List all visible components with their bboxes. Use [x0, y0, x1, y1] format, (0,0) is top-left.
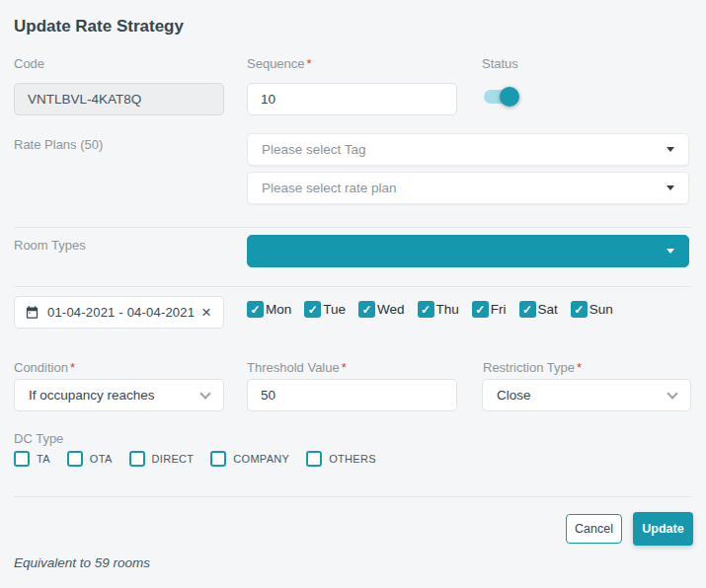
checkbox-unchecked — [210, 451, 226, 467]
caret-down-icon — [667, 249, 674, 254]
rate-plan-select[interactable]: Please select rate plan — [247, 172, 689, 204]
chevron-down-icon — [667, 388, 677, 399]
condition-select-value: If occupancy reaches — [29, 388, 201, 403]
caret-down-icon — [667, 185, 674, 190]
condition-label: Condition* — [14, 360, 75, 375]
check-icon: ✓ — [358, 301, 375, 318]
dc-type-option-label: DIRECT — [152, 453, 195, 465]
checkbox-unchecked — [67, 451, 83, 467]
rate-plan-select-placeholder: Please select rate plan — [262, 181, 667, 195]
code-field — [14, 83, 224, 115]
update-rate-strategy-form: Update Rate Strategy Code Sequence* Stat… — [0, 0, 706, 588]
weekday-label: Mon — [266, 302, 291, 317]
required-asterisk: * — [307, 56, 312, 71]
dc-type-label: DC Type — [14, 431, 63, 446]
weekday-checkbox-fri[interactable]: ✓Fri — [472, 301, 507, 318]
room-types-select[interactable] — [247, 235, 689, 267]
room-types-label: Room Types — [14, 238, 86, 253]
date-range-field[interactable]: 01-04-2021 - 04-04-2021 × — [14, 296, 224, 329]
threshold-value-field[interactable] — [247, 379, 457, 411]
dc-type-checkbox-direct[interactable]: DIRECT — [129, 451, 195, 467]
check-icon: ✓ — [571, 301, 588, 318]
update-button[interactable]: Update — [633, 512, 693, 546]
chevron-down-icon — [199, 388, 210, 399]
sequence-field[interactable] — [247, 83, 457, 115]
weekday-label: Sun — [589, 302, 613, 317]
caret-down-icon — [667, 147, 674, 152]
weekday-checkbox-group: ✓Mon ✓Tue ✓Wed ✓Thu ✓Fri ✓Sat ✓Sun — [247, 301, 613, 318]
close-icon[interactable]: × — [199, 304, 213, 321]
weekday-label: Tue — [323, 302, 346, 317]
cancel-button[interactable]: Cancel — [566, 514, 622, 544]
status-toggle[interactable] — [482, 87, 519, 107]
check-icon: ✓ — [247, 301, 264, 318]
dc-type-checkbox-company[interactable]: COMPANY — [210, 451, 289, 467]
restriction-type-select[interactable]: Close — [482, 379, 691, 411]
condition-label-text: Condition — [14, 360, 68, 375]
weekday-checkbox-thu[interactable]: ✓Thu — [418, 301, 459, 318]
status-label: Status — [482, 56, 518, 71]
weekday-label: Wed — [377, 302, 405, 317]
weekday-label: Sat — [538, 302, 558, 317]
section-divider — [14, 286, 691, 287]
check-icon: ✓ — [418, 301, 434, 318]
dc-type-checkbox-group: TA OTA DIRECT COMPANY OTHERS — [14, 451, 376, 467]
required-asterisk: * — [70, 360, 75, 375]
dc-type-option-label: OTA — [90, 453, 113, 465]
dc-type-option-label: TA — [37, 453, 50, 465]
weekday-checkbox-wed[interactable]: ✓Wed — [358, 301, 405, 318]
dc-type-checkbox-ta[interactable]: TA — [14, 451, 50, 467]
code-label: Code — [14, 56, 44, 71]
weekday-label: Fri — [491, 302, 507, 317]
checkbox-unchecked — [129, 451, 145, 467]
weekday-label: Thu — [436, 302, 459, 317]
checkbox-unchecked — [14, 451, 30, 467]
check-icon: ✓ — [304, 301, 321, 318]
check-icon: ✓ — [472, 301, 489, 318]
rate-plans-label: Rate Plans (50) — [14, 137, 103, 152]
required-asterisk: * — [577, 360, 582, 375]
restriction-type-label: Restriction Type* — [483, 360, 582, 375]
threshold-label-text: Threshold Value — [247, 360, 340, 375]
dc-type-checkbox-ota[interactable]: OTA — [67, 451, 113, 467]
condition-select[interactable]: If occupancy reaches — [14, 379, 224, 411]
restriction-type-select-value: Close — [497, 388, 668, 403]
tag-select[interactable]: Please select Tag — [247, 133, 689, 166]
toggle-thumb — [500, 87, 519, 107]
threshold-label: Threshold Value* — [247, 360, 347, 375]
check-icon: ✓ — [519, 301, 536, 318]
weekday-checkbox-sat[interactable]: ✓Sat — [519, 301, 558, 318]
sequence-label-text: Sequence — [247, 56, 305, 71]
section-divider — [14, 496, 691, 497]
weekday-checkbox-tue[interactable]: ✓Tue — [304, 301, 346, 318]
weekday-checkbox-mon[interactable]: ✓Mon — [247, 301, 291, 318]
date-range-value: 01-04-2021 - 04-04-2021 — [47, 305, 199, 320]
equivalent-rooms-note: Equivalent to 59 rooms — [14, 555, 150, 570]
page-title: Update Rate Strategy — [14, 17, 184, 37]
dc-type-option-label: COMPANY — [233, 453, 289, 465]
section-divider — [14, 227, 691, 228]
tag-select-placeholder: Please select Tag — [262, 142, 667, 157]
restriction-type-label-text: Restriction Type — [483, 360, 575, 375]
dc-type-option-label: OTHERS — [329, 453, 376, 465]
checkbox-unchecked — [306, 451, 322, 467]
weekday-checkbox-sun[interactable]: ✓Sun — [571, 301, 613, 318]
calendar-icon — [25, 305, 39, 320]
required-asterisk: * — [342, 360, 347, 375]
sequence-label: Sequence* — [247, 56, 312, 71]
dc-type-checkbox-others[interactable]: OTHERS — [306, 451, 376, 467]
